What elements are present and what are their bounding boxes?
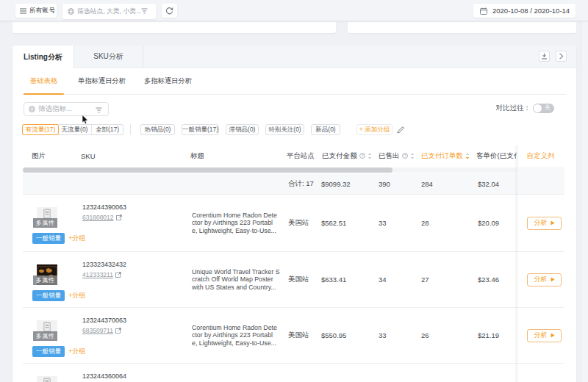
metric-filter-input[interactable]: 筛选指标... [24, 102, 109, 116]
sku-cell: 123323432432 412333211 [82, 261, 126, 278]
subtab-single-metric[interactable]: 单指标逐日分析 [71, 68, 132, 94]
add-to-group-button[interactable]: +分组 [68, 234, 85, 243]
tag-line: 一般销量 +分组 [32, 233, 85, 244]
title-line: cratch Off World Map Poster [192, 275, 286, 284]
expand-button[interactable] [556, 51, 567, 62]
sub-tab-bar: 基础表格 单指标逐日分析 多指标逐日分析 [23, 68, 566, 95]
table-row: 多属性 123244370063 683509711 一般销量 +分组 [23, 307, 564, 363]
analyze-button-label: 分析 [534, 331, 548, 340]
col-header-label: SKU [81, 152, 96, 160]
listing-link-row: 412333211 [82, 271, 126, 278]
add-group-button[interactable]: + 添加分组 [356, 124, 392, 135]
date-range-label: 2020-10-08 / 2020-10-14 [492, 7, 570, 15]
actions-cell: 分析 [517, 252, 564, 307]
compare-past-label: 对比过往： [496, 104, 531, 113]
subtab-basic-table[interactable]: 基础表格 [24, 68, 64, 94]
col-header-label: 已支付订单数 [421, 151, 463, 161]
listing-title: Unique World Travel Tracker S cratch Off… [192, 267, 286, 291]
add-to-group-button[interactable]: +分组 [68, 347, 85, 356]
filter-row: 筛选指标... 对比过往： 关 [23, 95, 566, 118]
listing-link-row: 631808012 [82, 214, 126, 221]
analyze-button[interactable]: 分析 [527, 217, 562, 230]
product-thumbnail[interactable] [37, 376, 57, 382]
sort-carets-icon[interactable] [368, 153, 372, 159]
col-header-label: 平台站点 [287, 151, 315, 161]
table-row: 多属性 123244360064 [23, 363, 564, 382]
refresh-button[interactable] [162, 4, 177, 18]
accounts-button[interactable]: 所有账号 [15, 4, 57, 18]
sales-level-tag: 一般销量 [32, 290, 65, 301]
subtab-multi-metric[interactable]: 多指标逐日分析 [137, 68, 198, 94]
sort-carets-icon[interactable] [410, 153, 415, 159]
chevron-right-icon [559, 53, 564, 60]
tab-listing-analysis[interactable]: Listing分析 [12, 46, 74, 68]
tab-bar: Listing分析 SKU分析 [12, 46, 576, 68]
compare-past-control: 对比过往： 关 [496, 104, 555, 113]
listing-link[interactable]: 631808012 [82, 214, 114, 221]
hscrollbar-thumb[interactable] [23, 167, 392, 173]
tab-sku-analysis[interactable]: SKU分析 [74, 46, 143, 68]
analyze-button[interactable]: 分析 [527, 329, 562, 342]
traffic-option-all[interactable]: 全部(17) [92, 125, 123, 134]
col-header-label: 已售出 [379, 151, 400, 161]
orders-cell: 28 [421, 195, 429, 251]
amount-cell: $633.41 [321, 252, 346, 307]
col-header-sku: SKU [81, 145, 96, 167]
page-scrollbar[interactable] [581, 21, 588, 382]
summary-sold: 390 [379, 173, 390, 194]
group-chip-new[interactable]: 新品(0) [311, 124, 340, 135]
sold-cell: 34 [379, 252, 387, 307]
sold-cell: 33 [379, 195, 387, 251]
group-chip-hot[interactable]: 热销品(0) [140, 124, 175, 135]
analyze-button-label: 分析 [534, 218, 548, 228]
edit-groups-icon[interactable] [397, 126, 404, 134]
group-chip-watch[interactable]: 特别关注(0) [265, 124, 304, 135]
traffic-option-has-traffic[interactable]: 有流量(17) [22, 124, 59, 135]
listing-link[interactable]: 412333211 [82, 271, 113, 278]
card-peek-right [348, 22, 576, 33]
tag-line: 一般销量 +分组 [32, 290, 85, 301]
summary-price: $32.04 [478, 173, 499, 194]
svg-text:?: ? [404, 154, 406, 158]
listing-link-row: 683509711 [82, 327, 126, 334]
metric-filter-placeholder: 筛选指标... [38, 104, 72, 114]
product-image-cell: 多属性 [33, 376, 57, 382]
col-header-custom-columns[interactable]: 自定义列 [517, 145, 564, 167]
title-line: with US States and Country... [192, 284, 286, 292]
table-row: 多属性 123323432432 412333211 一般销量 +分组 [23, 251, 564, 307]
date-range-button[interactable]: 2020-10-08 / 2020-10-14 [473, 4, 576, 18]
col-header-amount[interactable]: 已支付金额 ? [322, 145, 372, 167]
group-chip-normal[interactable]: 一般销量(17) [182, 124, 219, 135]
play-icon [551, 333, 555, 338]
sort-carets-desc-icon[interactable] [465, 153, 470, 159]
svg-text:?: ? [361, 154, 363, 158]
add-to-group-button[interactable]: +分组 [68, 291, 85, 300]
site-filter-select[interactable]: 筛选站点, 大类, 小类... [62, 4, 156, 19]
listing-link[interactable]: 683509711 [82, 327, 113, 334]
title-line: e, Lightweight, Easy-to-Use... [192, 227, 286, 235]
listing-title: Corentium Home Radon Dete ctor by Airthi… [192, 323, 286, 347]
col-header-label: 已支付金额 [322, 151, 357, 161]
product-image-cell: 多属性 [33, 264, 57, 286]
fixed-column-filler [517, 167, 564, 173]
group-chip-slow[interactable]: 滞销品(0) [226, 124, 259, 135]
amount-cell: $550.95 [321, 308, 346, 363]
listing-title: Corentium Home Radon Dete ctor by Airthi… [192, 211, 286, 234]
tab-listing-label: Listing分析 [24, 52, 62, 62]
download-button[interactable] [539, 51, 550, 62]
multi-attribute-badge: 多属性 [33, 218, 57, 228]
analyze-button[interactable]: 分析 [527, 273, 562, 286]
question-circle-icon: ? [359, 153, 365, 159]
refresh-icon [165, 7, 173, 15]
sold-cell: 33 [379, 308, 387, 363]
compare-past-switch[interactable]: 关 [533, 104, 554, 113]
page: 所有账号 筛选站点, 大类, 小类... 2020-10-08 / 2020-1… [0, 0, 588, 382]
sku-cell: 123244360064 [82, 372, 126, 380]
col-header-sold[interactable]: 已售出 ? [379, 145, 415, 167]
amount-cell: $562.51 [321, 195, 346, 251]
col-header-orders-sorted[interactable]: 已支付订单数 [421, 145, 470, 167]
play-icon [551, 220, 555, 226]
title-line: Unique World Travel Tracker S [192, 267, 286, 275]
price-cell: $21.19 [478, 308, 499, 363]
top-toolbar: 所有账号 筛选站点, 大类, 小类... 2020-10-08 / 2020-1… [0, 0, 588, 21]
